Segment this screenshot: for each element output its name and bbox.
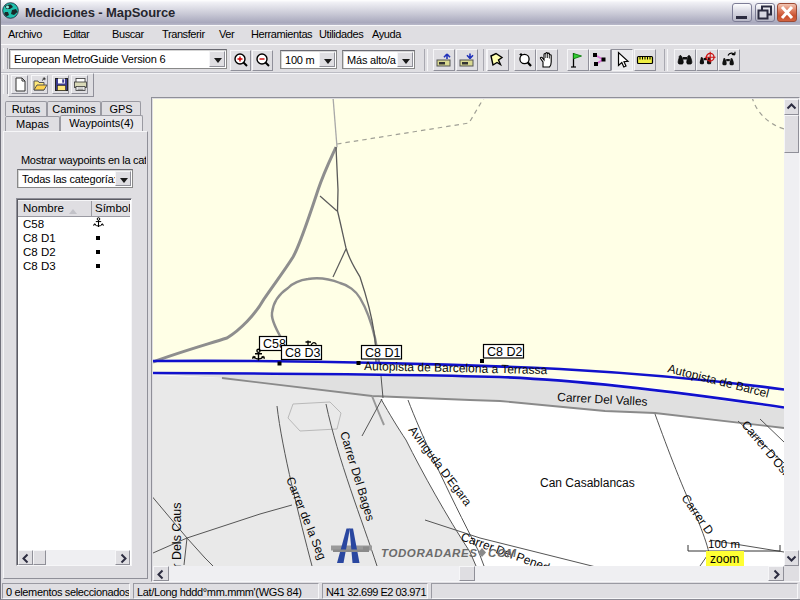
svg-text:zoom: zoom xyxy=(710,552,739,566)
svg-text:TODORADARES: TODORADARES xyxy=(381,547,477,559)
svg-text:COM: COM xyxy=(488,547,517,559)
svg-text:C8 D3: C8 D3 xyxy=(285,346,320,360)
svg-text:Carrer Dels Caus: Carrer Dels Caus xyxy=(170,502,184,566)
svg-text:C8 D1: C8 D1 xyxy=(365,346,400,360)
svg-text:C8 D2: C8 D2 xyxy=(487,345,522,359)
svg-text:100 m: 100 m xyxy=(708,538,740,550)
svg-text:Can Casablancas: Can Casablancas xyxy=(540,476,635,490)
